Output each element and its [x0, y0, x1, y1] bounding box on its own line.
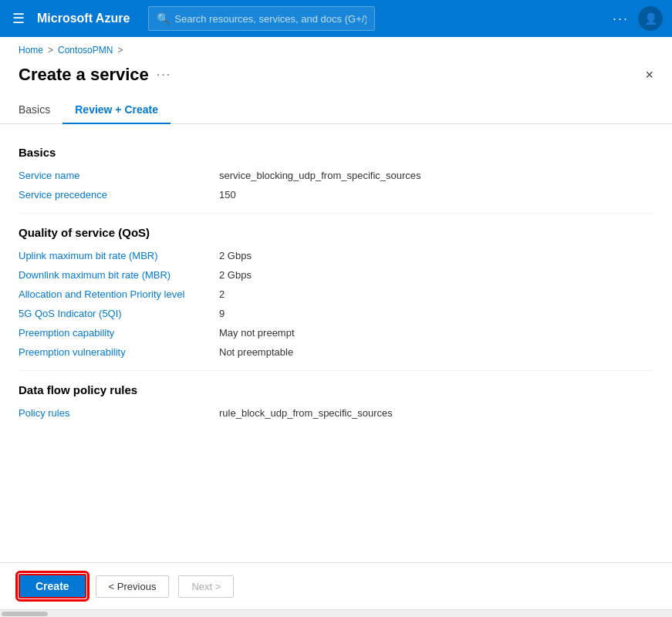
- qos-section-title: Quality of service (QoS): [19, 226, 653, 239]
- main-content: Basics Service name service_blocking_udp…: [0, 124, 672, 442]
- nav-ellipsis[interactable]: ···: [613, 11, 629, 27]
- field-label-downlink-mbr: Downlink maximum bit rate (MBR): [19, 269, 219, 281]
- search-bar[interactable]: 🔍: [148, 6, 375, 31]
- tab-review-create[interactable]: Review + Create: [62, 97, 171, 123]
- field-service-name: Service name service_blocking_udp_from_s…: [19, 170, 653, 181]
- field-value-policy-rules: rule_block_udp_from_specific_sources: [219, 407, 393, 419]
- field-label-policy-rules: Policy rules: [19, 407, 219, 419]
- breadcrumb: Home > ContosoPMN >: [0, 37, 672, 59]
- avatar[interactable]: 👤: [638, 6, 663, 31]
- field-preemption-capability: Preemption capability May not preempt: [19, 327, 653, 339]
- section-divider-1: [19, 213, 653, 214]
- field-label-5qi: 5G QoS Indicator (5QI): [19, 308, 219, 319]
- close-button[interactable]: ×: [645, 67, 653, 83]
- field-value-uplink-mbr: 2 Gbps: [219, 250, 252, 261]
- field-arp-level: Allocation and Retention Priority level …: [19, 288, 653, 300]
- field-label-preemption-capability: Preemption capability: [19, 327, 219, 339]
- field-value-arp-level: 2: [219, 288, 225, 300]
- page-title: Create a service: [19, 65, 149, 85]
- field-value-5qi: 9: [219, 308, 225, 319]
- search-input[interactable]: [174, 13, 366, 25]
- field-preemption-vulnerability: Preemption vulnerability Not preemptable: [19, 346, 653, 358]
- tabs-bar: Basics Review + Create: [0, 85, 672, 124]
- field-label-arp-level: Allocation and Retention Priority level: [19, 288, 219, 300]
- breadcrumb-parent[interactable]: ContosoPMN: [58, 45, 113, 56]
- field-policy-rules: Policy rules rule_block_udp_from_specifi…: [19, 407, 653, 419]
- bottom-action-bar: Create < Previous Next >: [0, 562, 672, 609]
- previous-button[interactable]: < Previous: [96, 575, 170, 598]
- field-value-downlink-mbr: 2 Gbps: [219, 269, 252, 281]
- breadcrumb-sep1: >: [48, 45, 53, 56]
- field-value-preemption-vulnerability: Not preemptable: [219, 346, 293, 358]
- horizontal-scrollbar[interactable]: [0, 609, 672, 617]
- field-value-service-precedence: 150: [219, 189, 236, 201]
- field-value-service-name: service_blocking_udp_from_specific_sourc…: [219, 170, 421, 181]
- tab-basics[interactable]: Basics: [19, 97, 62, 123]
- next-button[interactable]: Next >: [178, 575, 234, 598]
- scrollbar-thumb[interactable]: [2, 612, 48, 616]
- field-5qi: 5G QoS Indicator (5QI) 9: [19, 308, 653, 319]
- content-area: Basics Service name service_blocking_udp…: [0, 124, 672, 562]
- page-options-button[interactable]: ···: [157, 68, 171, 82]
- field-label-uplink-mbr: Uplink maximum bit rate (MBR): [19, 250, 219, 261]
- brand-logo: Microsoft Azure: [37, 12, 130, 25]
- field-label-service-name: Service name: [19, 170, 219, 181]
- hamburger-menu[interactable]: ☰: [9, 7, 28, 30]
- breadcrumb-home[interactable]: Home: [19, 45, 43, 56]
- field-label-service-precedence: Service precedence: [19, 189, 219, 201]
- create-button[interactable]: Create: [19, 574, 86, 598]
- field-uplink-mbr: Uplink maximum bit rate (MBR) 2 Gbps: [19, 250, 653, 261]
- field-value-preemption-capability: May not preempt: [219, 327, 295, 339]
- breadcrumb-sep2: >: [117, 45, 123, 56]
- field-label-preemption-vulnerability: Preemption vulnerability: [19, 346, 219, 358]
- page-header: Create a service ··· ×: [0, 59, 672, 85]
- field-downlink-mbr: Downlink maximum bit rate (MBR) 2 Gbps: [19, 269, 653, 281]
- dataflow-section-title: Data flow policy rules: [19, 383, 653, 396]
- field-service-precedence: Service precedence 150: [19, 189, 653, 201]
- section-divider-2: [19, 370, 653, 371]
- basics-section-title: Basics: [19, 146, 653, 159]
- search-icon: 🔍: [157, 12, 170, 25]
- top-navigation: ☰ Microsoft Azure 🔍 ··· 👤: [0, 0, 672, 37]
